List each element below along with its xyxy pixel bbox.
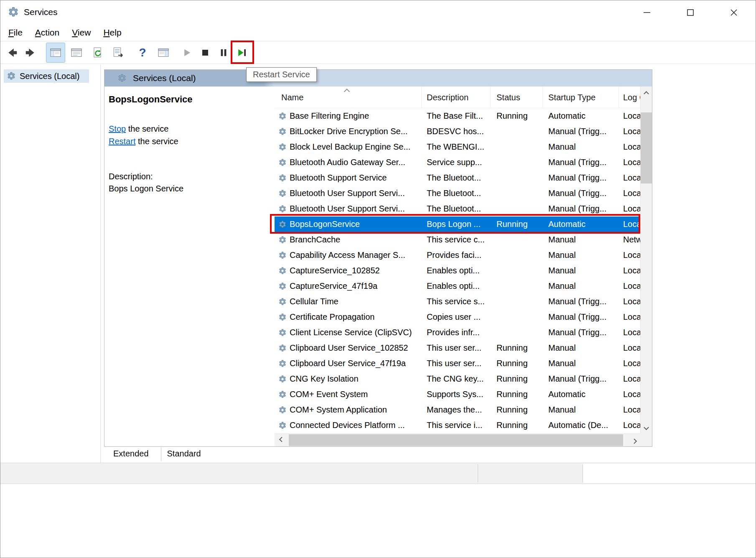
service-row[interactable]: Certificate Propagation Copies user ... … [275,309,641,325]
service-status-cell: Running [491,390,543,399]
column-header-name[interactable]: Name [275,87,422,108]
restart-service-link[interactable]: Restart [109,137,135,146]
help-button[interactable]: ? [133,43,152,62]
console-tree-icon [49,46,62,59]
column-header-log-on-as[interactable]: Log On As [619,87,641,108]
menu-action[interactable]: Action [29,26,66,39]
column-header-description[interactable]: Description [422,87,491,108]
menu-help[interactable]: Help [97,26,127,39]
service-name-cell: CaptureService_47f19a [290,281,422,291]
properties-button[interactable] [67,43,86,62]
service-row[interactable]: CNG Key Isolation The CNG key... Running… [275,371,641,387]
menu-view[interactable]: View [66,26,97,39]
status-bar [0,463,756,484]
service-row[interactable]: Connected Devices Platform ... This serv… [275,418,641,433]
export-list-button[interactable] [109,43,127,62]
service-gear-icon [275,127,290,136]
service-name-cell: CNG Key Isolation [290,374,422,384]
service-description-cell: Enables opti... [422,266,491,275]
service-gear-icon [275,359,290,368]
service-name-cell: Bluetooth Support Service [290,173,422,183]
service-gear-icon [275,282,290,291]
stop-service-link[interactable]: Stop [109,124,126,133]
services-gear-icon [6,71,16,81]
horizontal-scrollbar[interactable] [275,433,641,446]
refresh-icon [91,46,104,59]
tab-extended[interactable]: Extended [107,447,160,461]
service-startup-cell: Manual [543,235,619,245]
service-row[interactable]: Bluetooth Audio Gateway Ser... Service s… [275,155,641,170]
service-startup-cell: Manual [543,250,619,260]
service-logon-cell: Local Syste... [619,390,641,399]
restart-service-line: Restart the service [109,135,270,148]
scroll-left-button[interactable] [275,434,287,446]
stop-service-button[interactable] [196,43,214,62]
service-row[interactable]: Clipboard User Service_47f19a This user … [275,356,641,371]
start-service-button[interactable] [178,43,196,62]
service-row[interactable]: Cellular Time This service s... Manual (… [275,294,641,309]
service-gear-icon [275,297,290,306]
service-startup-cell: Manual [543,405,619,415]
service-startup-cell: Manual [543,359,619,368]
forward-button[interactable] [21,43,40,62]
maximize-button[interactable] [669,0,712,24]
service-row[interactable]: Block Level Backup Engine Se... The WBEN… [275,139,641,155]
column-headers: Name Description Status Startup Type Log… [275,87,641,108]
service-row[interactable]: Capability Access Manager S... Provides … [275,247,641,263]
service-row[interactable]: CaptureService_47f19a Enables opti... Ma… [275,278,641,294]
service-logon-cell: Local Syste... [619,111,641,121]
chevron-left-icon [279,437,284,442]
selected-service-name: BopsLogonService [109,94,270,105]
window-controls [625,0,756,24]
show-console-tree-button[interactable] [46,43,65,62]
service-description-cell: This user ser... [422,343,491,353]
service-row[interactable]: BranchCache This service c... Manual Net… [275,232,641,247]
service-logon-cell: Local Syste... [619,359,641,368]
service-row[interactable]: Bluetooth User Support Servi... The Blue… [275,186,641,201]
service-description-cell: Provides infr... [422,328,491,337]
minimize-button[interactable] [625,0,669,24]
vertical-scroll-thumb[interactable] [641,112,652,183]
service-name-cell: Connected Devices Platform ... [290,420,422,430]
menu-file[interactable]: File [2,26,29,39]
service-logon-cell: Local Syste... [619,374,641,384]
tree-item-services-local[interactable]: Services (Local) [4,69,89,83]
service-gear-icon [275,421,290,430]
service-row[interactable]: COM+ Event System Supports Sys... Runnin… [275,387,641,402]
scroll-right-button[interactable] [629,434,640,446]
start-service-icon [181,47,193,59]
service-row[interactable]: CaptureService_102852 Enables opti... Ma… [275,263,641,278]
column-header-status[interactable]: Status [491,87,543,108]
vertical-scrollbar[interactable] [640,87,652,434]
chevron-right-icon [631,438,637,444]
service-startup-cell: Manual [543,281,619,291]
service-row[interactable]: Bluetooth User Support Servi... The Blue… [275,201,641,217]
horizontal-scroll-thumb[interactable] [289,434,623,446]
console-tree-pane: Services (Local) [0,64,101,463]
tab-standard[interactable]: Standard [161,447,212,461]
close-button[interactable] [712,0,756,24]
service-description-cell: Bops Logon ... [422,219,491,229]
scroll-down-button[interactable] [641,423,652,434]
service-row[interactable]: COM+ System Application Manages the... R… [275,402,641,418]
show-action-pane-button[interactable] [154,43,173,62]
restart-service-button[interactable] [233,43,251,62]
window-title: Services [24,7,58,17]
column-header-startup-type[interactable]: Startup Type [543,87,619,108]
service-row[interactable]: Base Filtering Engine The Base Filt... R… [275,108,641,124]
service-row[interactable]: Bluetooth Support Service The Bluetoot..… [275,170,641,186]
refresh-button[interactable] [88,43,107,62]
service-startup-cell: Manual (Trigg... [543,297,619,306]
chevron-down-icon [644,425,649,430]
service-row[interactable]: BopsLogonService Bops Logon ... Running … [275,217,641,232]
service-row[interactable]: Client License Service (ClipSVC) Provide… [275,325,641,340]
service-description-cell: This user ser... [422,359,491,368]
back-button[interactable] [3,43,21,62]
scroll-up-button[interactable] [641,87,652,98]
service-row[interactable]: BitLocker Drive Encryption Se... BDESVC … [275,124,641,139]
pause-service-button[interactable] [214,43,233,62]
service-gear-icon [275,204,290,214]
service-row[interactable]: Clipboard User Service_102852 This user … [275,340,641,356]
service-logon-cell: Local Syste... [619,405,641,415]
service-logon-cell: Local Syste... [619,204,641,214]
